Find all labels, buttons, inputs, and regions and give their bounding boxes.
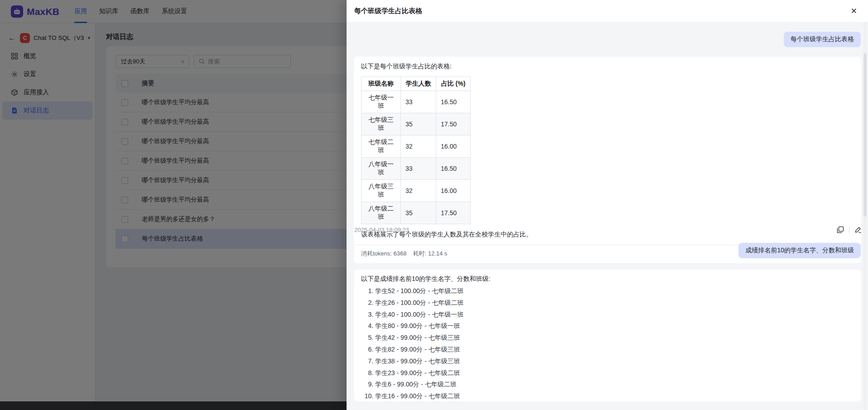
answer-intro: 以下是每个班级学生占比的表格: — [361, 63, 854, 71]
maxkb-app: MaxKB 应用 知识库 函数库 系统设置 ← C Chat TO SQL（V3… — [0, 0, 868, 410]
list-item: 学生40 - 100.00分 - 七年级一班 — [375, 309, 854, 321]
ai-answer-card: 以下是每个班级学生占比的表格: 班级名称 学生人数 占比 (%) 七年级一班33… — [354, 57, 861, 263]
elapsed-time: 耗时: 12.14 s — [413, 250, 447, 258]
list-item: 学生6 - 99.00分 - 七年级二班 — [375, 379, 854, 391]
answer-intro: 以下是成绩排名前10的学生名字、分数和班级: — [361, 275, 854, 283]
list-item: 学生82 - 99.00分 - 七年级三班 — [375, 344, 854, 356]
divider — [849, 227, 849, 233]
class-ratio-table: 班级名称 学生人数 占比 (%) 七年级一班3316.50 七年级三班3517.… — [361, 77, 471, 224]
token-stats: 消耗tokens: 6368 耗时: 12.14 s — [361, 250, 447, 258]
col-class-name: 班级名称 — [362, 77, 401, 91]
list-item: 学生26 - 100.00分 - 七年级二班 — [375, 297, 854, 309]
list-item: 学生80 - 99.00分 - 七年级一班 — [375, 320, 854, 332]
table-row: 八年级一班3316.50 — [362, 158, 471, 180]
edit-pencil-icon[interactable] — [854, 226, 862, 233]
top-students-list: 学生52 - 100.00分 - 七年级二班 学生26 - 100.00分 - … — [361, 285, 854, 401]
list-item: 学生52 - 100.00分 - 七年级二班 — [375, 285, 854, 297]
drawer-title: 每个班级学生占比表格 — [354, 7, 422, 15]
list-item: 学生16 - 99.00分 - 七年级二班 — [375, 391, 854, 401]
chat-detail-drawer: 每个班级学生占比表格 ✕ 每个班级学生占比表格 以下是每个班级学生占比的表格: … — [347, 0, 868, 410]
col-ratio: 占比 (%) — [436, 77, 471, 91]
user-message-bubble: 成绩排名前10的学生名字、分数和班级 — [738, 243, 861, 258]
table-row: 八年级二班3517.50 — [362, 202, 471, 224]
message-timestamp: 2025-04-03 18:09:23 — [354, 227, 409, 233]
table-row: 七年级三班3517.50 — [362, 113, 471, 135]
close-icon[interactable]: ✕ — [851, 7, 857, 15]
table-row: 七年级二班3216.00 — [362, 135, 471, 158]
drawer-header: 每个班级学生占比表格 ✕ — [347, 0, 868, 23]
table-row: 八年级三班3216.00 — [362, 180, 471, 202]
col-student-count: 学生人数 — [401, 77, 436, 91]
tokens-used: 消耗tokens: 6368 — [361, 250, 406, 258]
ai-answer-card: 以下是成绩排名前10的学生名字、分数和班级: 学生52 - 100.00分 - … — [354, 270, 861, 401]
copy-icon[interactable] — [837, 226, 844, 233]
answer-summary: 该表格展示了每个班级的学生人数及其在全校学生中的占比。 — [361, 231, 854, 239]
message-toolbar — [837, 226, 862, 233]
scrollbar-thumb[interactable] — [863, 53, 867, 217]
list-item: 学生38 - 99.00分 - 七年级三班 — [375, 356, 854, 367]
list-item: 学生42 - 99.00分 - 七年级三班 — [375, 332, 854, 344]
table-row: 七年级一班3316.50 — [362, 91, 471, 113]
list-item: 学生23 - 99.00分 - 七年级二班 — [375, 367, 854, 379]
user-message-bubble: 每个班级学生占比表格 — [784, 32, 861, 47]
